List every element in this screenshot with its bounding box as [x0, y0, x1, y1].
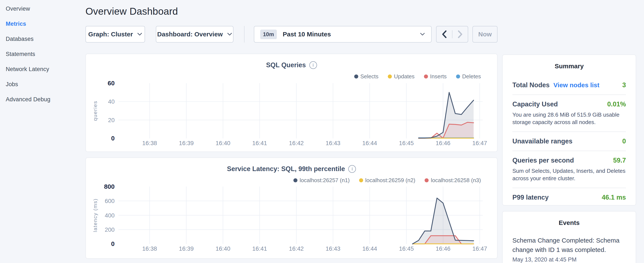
chevron-down-icon	[420, 32, 425, 36]
next-range-button[interactable]	[452, 30, 468, 38]
svg-text:16:42: 16:42	[289, 245, 304, 252]
svg-text:800: 800	[104, 183, 114, 190]
svg-text:16:46: 16:46	[436, 245, 450, 252]
summary-row-queries-per-second: Queries per second 59.7 Sum of Selects, …	[512, 151, 626, 188]
sidebar-item-label: Advanced Debug	[6, 96, 50, 103]
right-column: Summary Total Nodes View nodes list 3 Ca…	[502, 55, 636, 263]
svg-text:16:45: 16:45	[399, 245, 414, 252]
svg-text:16:38: 16:38	[142, 245, 157, 252]
svg-text:60: 60	[108, 80, 114, 87]
svg-text:16:43: 16:43	[326, 140, 340, 146]
summary-row-description: Sum of Selects, Updates, Inserts, and De…	[512, 167, 626, 182]
svg-text:latency (ms): latency (ms)	[92, 198, 98, 232]
event-message: Schema Change Completed: Schema change w…	[512, 236, 626, 254]
time-window-selector[interactable]: 10m Past 10 Minutes	[254, 26, 432, 43]
toolbar-divider	[244, 26, 244, 43]
summary-title: Summary	[512, 63, 626, 70]
sidebar-item-label: Overview	[6, 6, 30, 12]
svg-text:400: 400	[105, 212, 114, 219]
summary-row-p99-latency: P99 latency 46.1 ms	[512, 188, 626, 205]
main-content: Overview Dashboard Graph: Cluster Dashbo…	[86, 0, 498, 259]
sidebar-item-advanced-debug[interactable]: Advanced Debug	[0, 92, 86, 107]
summary-row-value: 0.01%	[607, 100, 626, 108]
sidebar: Overview Metrics Databases Statements Ne…	[0, 0, 86, 107]
sidebar-item-jobs[interactable]: Jobs	[0, 77, 86, 92]
sidebar-item-databases[interactable]: Databases	[0, 32, 86, 47]
sidebar-item-statements[interactable]: Statements	[0, 47, 86, 62]
summary-row-label: Queries per second	[512, 157, 574, 164]
summary-row-label: Unavailable ranges	[512, 137, 572, 145]
summary-row-unavailable-ranges: Unavailable ranges 0	[512, 132, 626, 151]
event-timestamp: May 13, 2020 at 4:45 PM	[512, 256, 626, 263]
prev-range-button[interactable]	[436, 30, 452, 38]
summary-row-description: You are using 28.6 MiB of 515.9 GiB usab…	[512, 111, 626, 126]
svg-text:16:38: 16:38	[142, 140, 157, 146]
time-range-pager	[436, 26, 468, 43]
svg-text:40: 40	[108, 98, 114, 105]
svg-text:16:41: 16:41	[252, 245, 267, 252]
chevron-right-icon	[457, 30, 463, 38]
svg-text:16:45: 16:45	[399, 140, 414, 146]
svg-text:queries: queries	[92, 101, 98, 121]
sidebar-item-label: Jobs	[6, 81, 18, 87]
svg-text:0: 0	[111, 135, 115, 142]
summary-row-value: 0	[622, 137, 626, 145]
svg-text:16:39: 16:39	[179, 140, 194, 146]
svg-text:16:40: 16:40	[216, 140, 230, 146]
summary-row-value: 46.1 ms	[602, 194, 626, 201]
svg-text:16:41: 16:41	[252, 140, 267, 146]
sidebar-item-label: Network Latency	[6, 66, 49, 72]
sidebar-item-network-latency[interactable]: Network Latency	[0, 62, 86, 77]
svg-text:16:47: 16:47	[472, 245, 487, 252]
sidebar-item-metrics[interactable]: Metrics	[0, 16, 86, 32]
chevron-left-icon	[442, 30, 447, 38]
svg-text:16:47: 16:47	[472, 140, 487, 146]
chart-plot: 16:3816:3916:4016:4116:4216:4316:4416:45…	[86, 54, 497, 151]
summary-row-capacity-used: Capacity Used 0.01% You are using 28.6 M…	[512, 95, 626, 132]
summary-panel: Summary Total Nodes View nodes list 3 Ca…	[502, 55, 636, 205]
sidebar-item-overview[interactable]: Overview	[0, 1, 86, 16]
events-panel: Events Schema Change Completed: Schema c…	[502, 211, 636, 263]
summary-row-label: Total Nodes	[512, 81, 550, 89]
chart-plot: 16:3816:3916:4016:4116:4216:4316:4416:45…	[86, 158, 497, 258]
dashboard-dropdown-label: Dashboard: Overview	[157, 31, 222, 38]
sidebar-item-label: Metrics	[6, 21, 26, 27]
dashboard-dropdown[interactable]: Dashboard: Overview	[156, 26, 233, 43]
now-button[interactable]: Now	[472, 26, 498, 43]
summary-row-value: 59.7	[613, 157, 626, 164]
sql-queries-chart-card: SQL Queries i SelectsUpdatesInsertsDelet…	[86, 54, 498, 152]
svg-text:16:44: 16:44	[362, 245, 377, 252]
sidebar-item-label: Databases	[6, 36, 34, 42]
summary-row-label: P99 latency	[512, 194, 549, 201]
time-window-label: Past 10 Minutes	[283, 31, 331, 38]
chevron-down-icon	[227, 33, 232, 36]
svg-text:16:46: 16:46	[436, 140, 450, 146]
svg-text:200: 200	[105, 226, 114, 233]
event-item[interactable]: Schema Change Completed: Schema change w…	[512, 236, 626, 263]
graph-dropdown[interactable]: Graph: Cluster	[86, 26, 145, 43]
toolbar: Graph: Cluster Dashboard: Overview 10m P…	[86, 26, 498, 43]
page-title: Overview Dashboard	[86, 6, 498, 17]
time-window-badge: 10m	[260, 30, 277, 39]
graph-dropdown-label: Graph: Cluster	[88, 31, 133, 38]
summary-row-value: 3	[622, 81, 626, 89]
svg-text:16:42: 16:42	[289, 140, 304, 146]
service-latency-chart-card: Service Latency: SQL, 99th percentile i …	[86, 157, 498, 259]
svg-text:16:39: 16:39	[179, 245, 194, 252]
svg-text:16:40: 16:40	[216, 245, 230, 252]
svg-text:600: 600	[105, 198, 114, 204]
svg-text:20: 20	[108, 117, 114, 123]
events-title: Events	[512, 219, 626, 226]
chevron-down-icon	[137, 33, 142, 36]
summary-row-total-nodes: Total Nodes View nodes list 3	[512, 76, 626, 95]
view-nodes-link[interactable]: View nodes list	[554, 82, 599, 89]
svg-text:0: 0	[111, 240, 115, 247]
svg-text:16:43: 16:43	[326, 245, 340, 252]
sidebar-item-label: Statements	[6, 51, 35, 57]
summary-row-label: Capacity Used	[512, 100, 558, 108]
svg-text:16:44: 16:44	[362, 140, 377, 146]
